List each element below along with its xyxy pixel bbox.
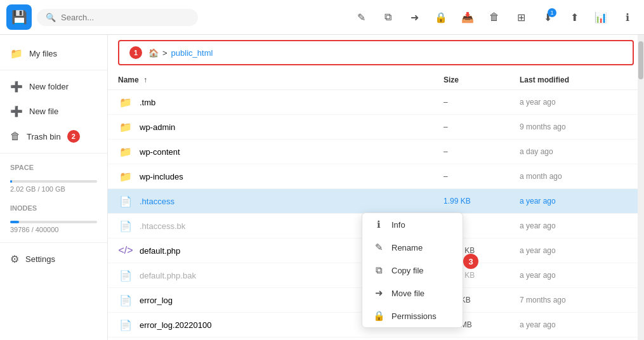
sidebar-item-trashbin[interactable]: 🗑 Trash bin 2 — [0, 124, 107, 149]
sidebar-label-newfolder: New folder — [29, 82, 69, 91]
table-row[interactable]: 📁 .tmb – a year ago — [108, 90, 644, 115]
file-icon: 📄 — [118, 292, 133, 308]
app-logo: 💾 — [6, 4, 32, 30]
edit-button[interactable]: ✎ — [351, 7, 371, 27]
sidebar-label-trashbin: Trash bin — [27, 132, 61, 141]
delete-button[interactable]: 🗑 — [484, 7, 504, 27]
home-icon[interactable]: 🏠 — [148, 48, 159, 58]
breadcrumb-separator: > — [162, 48, 168, 58]
trash-icon: 🗑 — [10, 131, 20, 142]
file-size: – — [444, 147, 520, 156]
file-size: – — [444, 98, 520, 107]
context-menu-info-label: Info — [391, 220, 405, 230]
info-button[interactable]: ℹ — [617, 7, 638, 27]
main-layout: 📁 My files ➕ New folder ➕ New file 🗑 Tra… — [0, 35, 644, 340]
space-section-label: Space — [0, 157, 107, 174]
copy-icon: ⧉ — [372, 265, 385, 276]
sidebar: 📁 My files ➕ New folder ➕ New file 🗑 Tra… — [0, 35, 108, 340]
inodes-section-label: Inodes — [0, 198, 107, 214]
file-date: a day ago — [520, 147, 634, 156]
space-bar — [10, 180, 97, 183]
sidebar-item-newfile[interactable]: ➕ New file — [0, 99, 107, 124]
scrollbar-track[interactable] — [638, 35, 644, 340]
inodes-usage: 39786 / 400000 — [0, 214, 107, 239]
col-size: Size — [444, 75, 520, 84]
context-menu-permissions-label: Permissions — [391, 311, 437, 321]
col-name[interactable]: Name ↑ — [118, 75, 444, 84]
file-name-text: .htaccess — [140, 197, 174, 206]
file-name-text: error_log — [140, 296, 173, 305]
permissions-icon: 🔒 — [372, 310, 385, 322]
file-date: a year ago — [520, 320, 634, 329]
folder-icon: 📁 — [118, 169, 133, 184]
lock-button[interactable]: 🔒 — [431, 7, 451, 27]
table-row[interactable]: 📁 wp-content – a day ago — [108, 140, 644, 164]
context-menu-permissions[interactable]: 🔒 Permissions — [362, 304, 463, 327]
upload-button[interactable]: ⬆ — [564, 7, 584, 27]
inodes-text: 39786 / 400000 — [10, 226, 97, 233]
divider — [0, 70, 107, 70]
space-text: 2.02 GB / 100 GB — [10, 185, 97, 193]
search-bar[interactable]: 🔍 — [37, 9, 198, 26]
table-row-selected[interactable]: 📄 .htaccess 1.99 KB a year ago — [108, 189, 644, 214]
file-date: a month ago — [520, 172, 634, 181]
search-icon: 🔍 — [46, 13, 56, 22]
col-date: Last modified — [520, 75, 634, 84]
file-date: a year ago — [520, 221, 634, 230]
move-button[interactable]: ➜ — [404, 7, 424, 27]
context-menu-copyfile-label: Copy file — [391, 266, 424, 275]
breadcrumb-path[interactable]: public_html — [171, 48, 213, 58]
sidebar-item-newfolder[interactable]: ➕ New folder — [0, 74, 107, 99]
step1-badge: 1 — [129, 46, 142, 59]
file-name-text: .htaccess.bk — [140, 221, 185, 231]
toolbar-actions: ✎ ⧉ ➜ 🔒 📥 🗑 ⊞ ⬇1 ⬆ 📊 ℹ — [351, 7, 638, 27]
folder-icon: 📁 — [118, 144, 133, 159]
compress-button[interactable]: 📥 — [457, 7, 478, 27]
download-badge: 1 — [548, 8, 556, 17]
file-name-text: default.php — [140, 246, 180, 256]
context-menu-info[interactable]: ℹ Info — [362, 213, 463, 236]
sidebar-label-settings: Settings — [25, 254, 55, 264]
file-size: – — [444, 172, 520, 181]
table-row[interactable]: 📁 wp-admin – 9 months ago — [108, 115, 644, 140]
context-menu-rename[interactable]: ✎ Rename — [362, 236, 463, 259]
context-menu-movefile[interactable]: ➜ Move file — [362, 282, 463, 304]
add-folder-icon: ➕ — [10, 81, 23, 93]
file-name-text: wp-admin — [140, 122, 175, 132]
context-menu-copyfile[interactable]: ⧉ Copy file — [362, 259, 463, 282]
move-icon: ➜ — [372, 287, 385, 299]
file-date: a year ago — [520, 98, 634, 107]
file-name-text: error_log.20220100 — [140, 320, 211, 330]
copy-button[interactable]: ⧉ — [378, 7, 398, 27]
scrollbar-thumb[interactable] — [638, 41, 643, 79]
grid-button[interactable]: ⊞ — [511, 7, 531, 27]
search-input[interactable] — [61, 13, 189, 22]
divider3 — [0, 242, 107, 243]
inodes-bar — [10, 221, 97, 223]
file-size: 1.99 KB — [444, 197, 520, 206]
folder-icon: 📁 — [118, 95, 133, 110]
toolbar: 💾 🔍 ✎ ⧉ ➜ 🔒 📥 🗑 ⊞ ⬇1 ⬆ 📊 ℹ — [0, 0, 644, 35]
context-menu-rename-label: Rename — [391, 243, 423, 252]
folder-icon: 📁 — [10, 48, 23, 60]
breadcrumb: 1 🏠 > public_html — [118, 40, 634, 65]
settings-icon: ⚙ — [10, 253, 19, 265]
table-header: Name ↑ Size Last modified — [108, 70, 644, 90]
trash-badge: 2 — [67, 130, 80, 143]
stats-button[interactable]: 📊 — [591, 7, 611, 27]
table-row[interactable]: 📁 wp-includes – a month ago — [108, 164, 644, 189]
file-icon: 📄 — [118, 317, 133, 332]
divider2 — [0, 153, 107, 154]
sidebar-item-settings[interactable]: ⚙ Settings — [0, 247, 107, 271]
file-date: 7 months ago — [520, 296, 634, 304]
info-icon: ℹ — [372, 219, 385, 230]
sort-icon: ↑ — [143, 75, 147, 84]
file-name-text: .tmb — [140, 98, 155, 107]
file-date: a year ago — [520, 197, 634, 206]
download-button[interactable]: ⬇1 — [537, 7, 558, 27]
space-bar-fill — [10, 180, 12, 183]
code-icon: </> — [118, 243, 133, 258]
sidebar-item-myfiles[interactable]: 📁 My files — [0, 41, 107, 66]
folder-icon: 📁 — [118, 119, 133, 134]
file-icon: 📄 — [118, 193, 133, 209]
